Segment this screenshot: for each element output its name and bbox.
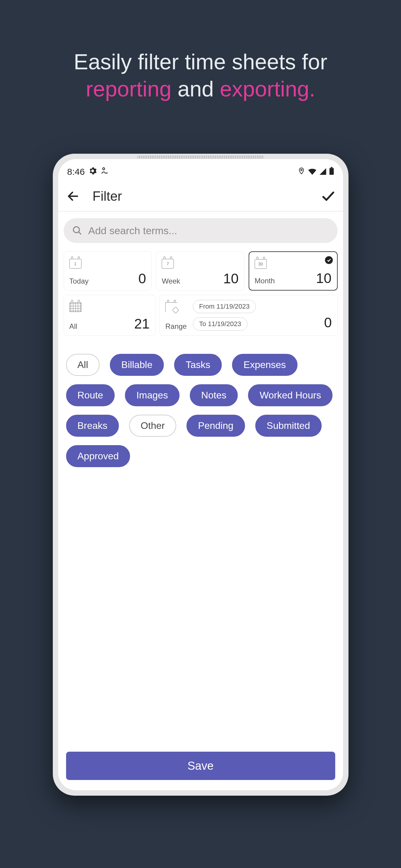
period-row-1: 1 Today 0 7 xyxy=(64,251,338,290)
range-from-chip[interactable]: From 11/19/2023 xyxy=(193,300,256,313)
search-input[interactable]: Add search terms... xyxy=(64,218,338,243)
svg-point-2 xyxy=(300,169,302,170)
calendar-grid-icon xyxy=(69,300,82,312)
filter-chip-images[interactable]: Images xyxy=(125,384,179,406)
svg-rect-4 xyxy=(331,167,333,168)
headline-part3: and xyxy=(171,77,220,101)
search-icon xyxy=(72,225,82,236)
period-card-range[interactable]: Range From 11/19/2023 To 11/19/2023 0 xyxy=(160,295,338,336)
period-card-all[interactable]: All 21 xyxy=(64,295,155,336)
svg-line-7 xyxy=(79,232,81,235)
content-area: Add search terms... 1 Today 0 xyxy=(58,212,343,790)
calendar-edit-icon xyxy=(165,300,177,312)
status-bar: 8:46 xyxy=(58,162,343,181)
calendar-month-icon: 30 xyxy=(255,257,267,269)
arrow-left-icon xyxy=(66,190,80,203)
svg-point-1 xyxy=(106,172,108,174)
period-value: 0 xyxy=(324,314,332,331)
filter-chip-other[interactable]: Other xyxy=(129,415,176,437)
period-label: Range xyxy=(165,322,187,331)
period-value: 0 xyxy=(139,272,146,285)
save-label: Save xyxy=(188,760,213,772)
cell-signal-icon xyxy=(319,167,326,177)
save-button[interactable]: Save xyxy=(66,752,335,780)
period-value: 21 xyxy=(134,317,150,331)
period-value: 10 xyxy=(223,272,239,285)
filter-chip-submitted[interactable]: Submitted xyxy=(255,415,322,437)
filter-chip-breaks[interactable]: Breaks xyxy=(66,415,119,437)
period-card-week[interactable]: 7 Week 10 xyxy=(156,251,245,290)
wifi-icon xyxy=(308,167,316,177)
status-time: 8:46 xyxy=(67,167,85,177)
battery-icon xyxy=(329,167,334,177)
gear-icon xyxy=(88,167,97,177)
filter-chip-billable[interactable]: Billable xyxy=(110,354,164,376)
filter-chip-worked-hours[interactable]: Worked Hours xyxy=(248,384,333,406)
svg-rect-3 xyxy=(329,168,334,175)
filter-chip-pending[interactable]: Pending xyxy=(187,415,245,437)
period-label: Week xyxy=(162,277,180,285)
range-to-chip[interactable]: To 11/19/2023 xyxy=(193,317,248,331)
headline-part2: reporting xyxy=(86,77,171,101)
filter-chip-all[interactable]: All xyxy=(66,354,100,376)
period-row-2: All 21 Range From 11/19/2023 To 11 xyxy=(64,295,338,336)
page-title: Filter xyxy=(93,189,309,204)
filter-chip-expenses[interactable]: Expenses xyxy=(232,354,297,376)
headline-part1: Easily filter time sheets for xyxy=(74,50,327,74)
location-person-icon xyxy=(101,167,109,177)
selected-check-icon xyxy=(325,256,333,264)
period-label: Month xyxy=(255,277,275,285)
phone-speaker-notch xyxy=(137,156,264,158)
phone-screen: 8:46 xyxy=(58,159,343,790)
svg-point-6 xyxy=(73,227,79,233)
confirm-button[interactable] xyxy=(320,188,337,204)
period-label: All xyxy=(69,322,78,331)
period-value: 10 xyxy=(316,271,331,285)
back-button[interactable] xyxy=(65,188,81,204)
period-card-today[interactable]: 1 Today 0 xyxy=(64,251,152,290)
period-card-month[interactable]: 30 Month 10 xyxy=(249,251,338,290)
marketing-headline: Easily filter time sheets for reporting … xyxy=(74,48,327,102)
calendar-week-icon: 7 xyxy=(162,256,174,269)
filter-chip-approved[interactable]: Approved xyxy=(66,445,130,467)
filter-chip-route[interactable]: Route xyxy=(66,384,115,406)
location-pin-icon xyxy=(298,167,305,177)
app-header: Filter xyxy=(58,181,343,212)
filter-chip-notes[interactable]: Notes xyxy=(190,384,238,406)
filter-chip-tasks[interactable]: Tasks xyxy=(174,354,222,376)
headline-part4: exporting. xyxy=(220,77,315,101)
calendar-day-icon: 1 xyxy=(69,256,82,269)
period-label: Today xyxy=(69,277,89,285)
svg-point-0 xyxy=(103,167,105,170)
phone-frame: 8:46 xyxy=(53,154,348,796)
filter-chips: AllBillableTasksExpensesRouteImagesNotes… xyxy=(66,354,338,467)
check-icon xyxy=(321,189,336,204)
search-placeholder: Add search terms... xyxy=(88,225,177,237)
